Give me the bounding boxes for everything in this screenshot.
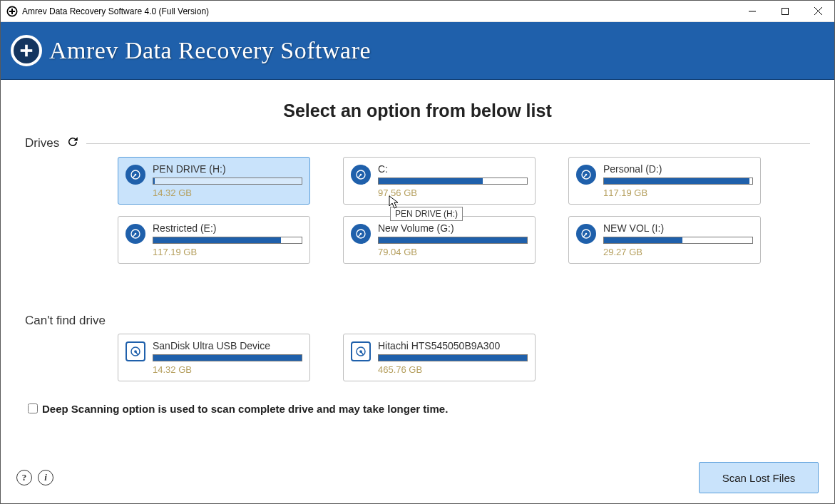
disk-icon <box>576 224 596 244</box>
drive-name: Hitachi HTS545050B9A300 <box>378 340 528 351</box>
physical-drive-card[interactable]: Hitachi HTS545050B9A300 465.76 GB <box>343 334 536 381</box>
svg-rect-4 <box>782 8 789 14</box>
drive-card[interactable]: PEN DRIVE (H:) 14.32 GB <box>118 157 310 205</box>
drive-name: New Volume (G:) <box>378 222 528 234</box>
title-bar: Amrev Data Recovery Software 4.0 (Full V… <box>1 1 834 22</box>
usage-bar <box>378 237 528 244</box>
app-banner: Amrev Data Recovery Software <box>1 22 834 79</box>
app-title: Amrev Data Recovery Software <box>49 37 371 64</box>
deep-scan-checkbox[interactable] <box>28 403 38 413</box>
disk-icon <box>351 165 371 185</box>
drive-size: 465.76 GB <box>378 364 528 375</box>
physical-drive-card[interactable]: SanDisk Ultra USB Device 14.32 GB <box>118 334 310 381</box>
disk-icon <box>351 224 371 244</box>
deep-scan-label: Deep Scanning option is used to scan com… <box>42 403 448 415</box>
usage-bar <box>378 178 528 185</box>
usage-bar <box>603 178 753 185</box>
drive-name: C: <box>378 163 528 175</box>
logo-icon <box>11 35 42 66</box>
help-button[interactable]: ? <box>16 470 32 485</box>
info-button[interactable]: i <box>38 470 53 485</box>
drive-size: 14.32 GB <box>153 187 302 198</box>
minimize-button[interactable] <box>736 1 769 21</box>
page-heading: Select an option from below list <box>25 101 810 121</box>
drive-size: 29.27 GB <box>603 247 753 257</box>
disk-icon <box>125 165 145 185</box>
drive-size: 117.19 GB <box>153 247 302 257</box>
svg-rect-8 <box>21 49 33 52</box>
drive-card[interactable]: New Volume (G:) 79.04 GB <box>343 216 536 264</box>
drive-name: PEN DRIVE (H:) <box>153 163 302 175</box>
cant-find-section-label: Can't find drive <box>25 314 106 328</box>
app-icon <box>6 6 18 17</box>
drives-section-label: Drives <box>25 136 59 150</box>
close-button[interactable] <box>801 1 834 21</box>
drive-card[interactable]: NEW VOL (I:) 29.27 GB <box>568 216 761 264</box>
usage-bar <box>153 178 302 185</box>
scan-button-label: Scan Lost Files <box>722 472 796 484</box>
tooltip: PEN DRIVE (H:) <box>390 207 463 221</box>
drive-size: 97.56 GB <box>378 187 528 198</box>
divider <box>86 143 810 144</box>
window-title: Amrev Data Recovery Software 4.0 (Full V… <box>22 6 736 16</box>
svg-rect-2 <box>9 11 15 12</box>
physical-disk-icon <box>125 341 145 361</box>
usage-bar <box>153 237 302 244</box>
physical-disk-icon <box>351 341 371 361</box>
drive-size: 117.19 GB <box>603 187 753 198</box>
maximize-button[interactable] <box>769 1 801 21</box>
drive-card[interactable]: C: 97.56 GB <box>343 157 536 205</box>
disk-icon <box>125 224 145 244</box>
refresh-icon[interactable] <box>66 135 79 151</box>
usage-bar <box>378 354 528 361</box>
drive-name: Restricted (E:) <box>153 222 302 234</box>
drive-card[interactable]: Personal (D:) 117.19 GB <box>568 157 761 205</box>
disk-icon <box>576 165 596 185</box>
drive-size: 79.04 GB <box>378 247 528 257</box>
drive-name: Personal (D:) <box>603 163 753 175</box>
drive-name: NEW VOL (I:) <box>603 222 753 234</box>
drive-name: SanDisk Ultra USB Device <box>153 340 302 351</box>
usage-bar <box>603 237 753 244</box>
drive-size: 14.32 GB <box>153 364 302 375</box>
usage-bar <box>153 354 302 361</box>
scan-lost-files-button[interactable]: Scan Lost Files <box>699 462 819 493</box>
drive-card[interactable]: Restricted (E:) 117.19 GB <box>118 216 310 264</box>
